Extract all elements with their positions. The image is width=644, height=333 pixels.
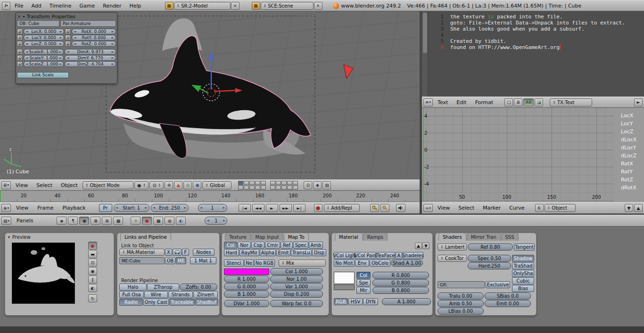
exclusive-toggle[interactable]: Exclusive bbox=[486, 281, 510, 288]
no-mist-toggle[interactable]: No Mist bbox=[334, 260, 355, 267]
scene-buttons-icon[interactable]: ▦ bbox=[113, 217, 123, 225]
layer-toggle[interactable] bbox=[276, 186, 281, 190]
panel-collapse-icon[interactable]: ▾ bbox=[8, 235, 10, 239]
lock-icon[interactable] bbox=[17, 61, 23, 67]
paste-from-buffer-icon[interactable]: ▲ bbox=[634, 204, 643, 212]
map-raymir-toggle[interactable]: RayMir bbox=[239, 249, 259, 256]
mode-dropdown[interactable]: ↕Object Mode bbox=[83, 181, 133, 189]
jump-to-end-button[interactable]: ►| bbox=[293, 204, 305, 212]
layer-grid-2[interactable] bbox=[270, 181, 298, 190]
wire-toggle[interactable]: Wire bbox=[144, 291, 168, 298]
pivot-dropdown[interactable]: ⊙↕ bbox=[149, 181, 164, 189]
lock-icon[interactable] bbox=[17, 35, 23, 41]
shadbuf-toggle[interactable]: Shadbuf bbox=[195, 299, 218, 306]
halo-toggle[interactable]: Halo bbox=[119, 284, 147, 291]
lock-icon[interactable] bbox=[17, 55, 23, 61]
ipo-channel-drotx[interactable]: dRotX bbox=[621, 184, 644, 192]
move-down-icon[interactable]: ▼ bbox=[422, 243, 429, 249]
ipo-editor[interactable]: 4 2 0 -2 -4 50 100 150 200 25 LocX LocY … bbox=[422, 108, 644, 202]
fake-user-button[interactable]: F bbox=[182, 249, 189, 256]
ipo-channel-roty[interactable]: RotY bbox=[621, 168, 644, 176]
vcol-paint-toggle[interactable]: VCol Pain bbox=[355, 252, 376, 259]
full-osa-toggle[interactable]: Full Osa bbox=[119, 291, 144, 298]
layer-toggle[interactable] bbox=[270, 181, 275, 185]
menu-curve[interactable]: Curve bbox=[505, 203, 528, 213]
play-button[interactable]: ► bbox=[266, 204, 278, 212]
vcol-light-toggle[interactable]: VCol Ligh bbox=[334, 252, 355, 259]
menu-select[interactable]: Select bbox=[33, 180, 56, 190]
menu-format[interactable]: Format bbox=[471, 97, 497, 107]
ipo-channel-locz[interactable]: LocZ bbox=[621, 128, 644, 136]
nor-slider[interactable]: Nor 1.00 bbox=[270, 276, 323, 283]
g-slider[interactable]: G 0.000 bbox=[224, 283, 269, 290]
texface-toggle[interactable]: TexFace bbox=[376, 252, 395, 259]
text-datablock-selector[interactable]: ↕TX:Text bbox=[550, 98, 592, 106]
header-overflow-icon[interactable]: ► bbox=[634, 98, 643, 106]
b-slider[interactable]: B 0.800 bbox=[372, 287, 429, 294]
start-frame-field[interactable]: ◄Start: 1► bbox=[114, 204, 149, 212]
panel-close-icon[interactable]: × bbox=[17, 14, 21, 19]
col-mode-button[interactable]: Col bbox=[356, 272, 371, 279]
locz-field[interactable]: ◄LocZ: 0.000► bbox=[24, 41, 64, 47]
rotx-field[interactable]: ◄RotX: 0.000► bbox=[72, 29, 116, 34]
ipo-channel-locy[interactable]: LocY bbox=[621, 120, 644, 128]
specular-color-swatch[interactable] bbox=[334, 284, 355, 290]
menu-object[interactable]: Object bbox=[57, 180, 82, 190]
shading-buttons-icon[interactable]: ◉ bbox=[79, 217, 89, 225]
end-frame-field[interactable]: ◄End: 250► bbox=[151, 204, 189, 212]
translate-manipulator-icon[interactable]: ▲ bbox=[174, 181, 182, 189]
menu-panels[interactable]: Panels bbox=[13, 215, 37, 226]
record-button[interactable]: ● bbox=[314, 204, 322, 212]
dyn-toggle[interactable]: DYN bbox=[363, 298, 378, 305]
spec-shader-dropdown[interactable]: ↕CookTor bbox=[438, 255, 467, 262]
a-toggle[interactable]: A bbox=[396, 252, 402, 259]
layer-toggle[interactable] bbox=[249, 181, 255, 185]
keying-mode-dropdown[interactable]: ↕Add/Repl bbox=[324, 204, 360, 212]
link-to-me-toggle[interactable]: ME bbox=[176, 257, 186, 264]
scaley-field[interactable]: ◄ScaleY: 1.000► bbox=[24, 55, 64, 61]
layer-toggle[interactable] bbox=[293, 186, 298, 190]
keying-set-icon[interactable] bbox=[370, 204, 379, 212]
preview-hair-icon[interactable]: ∥ bbox=[88, 276, 97, 284]
manipulator-hand-icon[interactable]: ⊛ bbox=[165, 181, 173, 189]
menu-marker[interactable]: Marker bbox=[479, 203, 504, 213]
lock-layers-icon[interactable]: ⊡ bbox=[304, 181, 312, 189]
tab-texture[interactable]: Texture bbox=[225, 233, 251, 241]
tab-ramps[interactable]: Ramps bbox=[363, 233, 388, 241]
screen-selector[interactable]: ↕SR:2-Model bbox=[174, 2, 231, 10]
ipo-channel-dlocz[interactable]: dLocZ bbox=[621, 152, 644, 160]
text-editor[interactable]: 1the texture is packed into the file. 2g… bbox=[422, 11, 644, 97]
lock-icon[interactable] bbox=[17, 29, 23, 34]
zinvert-toggle[interactable]: ZInvert bbox=[193, 291, 218, 298]
world-buttons-icon[interactable]: ◐ bbox=[176, 217, 186, 225]
menu-game[interactable]: Game bbox=[76, 0, 99, 11]
preview-cube-icon[interactable]: ⊡ bbox=[88, 259, 97, 267]
layer-toggle[interactable] bbox=[255, 181, 260, 185]
viewport-3d[interactable]: z × ▾ Transform Properties OB: Cube Par:… bbox=[0, 11, 420, 179]
text-content[interactable]: 1the texture is packed into the file. 2g… bbox=[431, 14, 625, 50]
scene-selector[interactable]: ↕SCE:Scene bbox=[261, 2, 314, 10]
mir-mode-button[interactable]: Mir bbox=[356, 287, 371, 294]
env-toggle[interactable]: Env bbox=[355, 260, 369, 267]
map-nor-toggle[interactable]: Nor bbox=[238, 242, 251, 249]
ref-slider[interactable]: Ref 0.80 bbox=[468, 244, 513, 251]
dimz-field[interactable]: ◄DimZ: 4.704► bbox=[65, 61, 116, 67]
layer-toggle[interactable] bbox=[244, 181, 249, 185]
r-slider[interactable]: R 1.000 bbox=[224, 276, 269, 283]
lock-icon[interactable] bbox=[17, 49, 23, 55]
layer-toggle[interactable] bbox=[238, 181, 243, 185]
layer-toggle[interactable] bbox=[287, 186, 292, 190]
auto-name-icon[interactable] bbox=[173, 249, 182, 256]
r-slider[interactable]: R 0.800 bbox=[372, 272, 429, 279]
tab-map-input[interactable]: Map Input bbox=[251, 233, 283, 241]
layer-toggle[interactable] bbox=[293, 181, 298, 185]
lbias-slider[interactable]: LBias 0.00 bbox=[438, 308, 484, 315]
scene-browse-icon[interactable]: ▦ bbox=[252, 2, 260, 10]
fullscreen-icon[interactable]: □ bbox=[504, 98, 513, 106]
preview-sphere-icon[interactable]: ● bbox=[88, 242, 97, 250]
layer-grid-1[interactable] bbox=[238, 181, 266, 190]
diffuse-color-swatch[interactable] bbox=[334, 272, 355, 284]
ob-name-field[interactable]: OB: Cube bbox=[17, 20, 59, 27]
material-buttons-icon[interactable]: ● bbox=[142, 217, 152, 225]
timeline-ruler[interactable]: 20 40 60 80 100 120 140 160 180 200 220 … bbox=[0, 191, 420, 202]
